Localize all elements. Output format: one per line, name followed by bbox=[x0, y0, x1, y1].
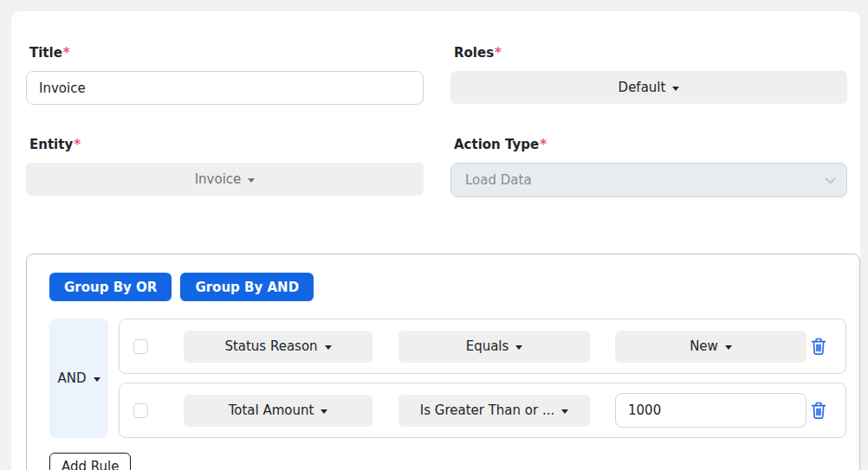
action-type-label: Action Type* bbox=[450, 137, 847, 152]
caret-down-icon bbox=[515, 345, 522, 350]
group-by-or-button[interactable]: Group By OR bbox=[49, 273, 172, 301]
rule-field-dropdown[interactable]: Status Reason bbox=[184, 331, 372, 363]
rule-field-value: Status Reason bbox=[224, 338, 317, 354]
rule-value-dropdown[interactable]: New bbox=[615, 331, 806, 363]
entity-selected-value: Invoice bbox=[195, 171, 242, 187]
group-by-and-button[interactable]: Group By AND bbox=[180, 273, 314, 301]
rule-checkbox[interactable] bbox=[133, 339, 148, 354]
action-type-select: Load Data bbox=[450, 163, 847, 197]
rule-row: Status Reason Equals New bbox=[119, 319, 846, 374]
combinator-dropdown[interactable]: AND bbox=[49, 319, 108, 438]
combinator-value: AND bbox=[57, 370, 86, 386]
entity-dropdown[interactable]: Invoice bbox=[26, 163, 424, 196]
add-rule-button[interactable]: Add Rule bbox=[49, 453, 131, 470]
required-marker: * bbox=[540, 137, 547, 152]
required-marker: * bbox=[74, 137, 81, 152]
caret-down-icon bbox=[248, 178, 255, 183]
group-buttons: Group By OR Group By AND bbox=[49, 273, 846, 301]
entity-field: Entity* Invoice bbox=[26, 137, 424, 197]
rule-value-input[interactable] bbox=[615, 393, 806, 428]
rule-field-value: Total Amount bbox=[229, 402, 314, 418]
caret-down-icon bbox=[321, 409, 327, 414]
roles-selected-value: Default bbox=[619, 80, 666, 95]
caret-down-icon bbox=[725, 345, 732, 350]
rule-rows: Status Reason Equals New Total A bbox=[119, 319, 846, 438]
delete-rule-button[interactable] bbox=[809, 400, 828, 421]
title-input[interactable] bbox=[26, 71, 424, 105]
rules-area: AND Status Reason Equals New bbox=[49, 319, 846, 438]
form-card: Title* Roles* Default Entity* Invoice Ac… bbox=[11, 11, 860, 470]
rule-operator-value: Is Greater Than or ... bbox=[420, 402, 555, 418]
form-fields: Title* Roles* Default Entity* Invoice Ac… bbox=[26, 45, 847, 229]
chevron-down-icon bbox=[825, 173, 836, 184]
rule-group-container: Group By OR Group By AND AND Status Reas… bbox=[26, 254, 860, 470]
rule-checkbox[interactable] bbox=[133, 403, 148, 418]
title-label-text: Title bbox=[29, 45, 62, 61]
entity-label: Entity* bbox=[26, 137, 424, 152]
rule-operator-dropdown[interactable]: Equals bbox=[398, 331, 590, 363]
caret-down-icon bbox=[672, 87, 679, 91]
action-type-selected-value: Load Data bbox=[465, 172, 532, 188]
delete-rule-button[interactable] bbox=[809, 336, 828, 357]
rule-field-dropdown[interactable]: Total Amount bbox=[184, 395, 372, 427]
roles-field: Roles* Default bbox=[450, 45, 847, 105]
caret-down-icon bbox=[94, 377, 100, 382]
entity-label-text: Entity bbox=[29, 137, 73, 152]
rule-value: New bbox=[690, 338, 718, 354]
caret-down-icon bbox=[561, 409, 568, 414]
roles-dropdown[interactable]: Default bbox=[450, 71, 847, 104]
caret-down-icon bbox=[325, 345, 332, 350]
rule-row: Total Amount Is Greater Than or ... bbox=[119, 383, 846, 438]
required-marker: * bbox=[495, 45, 502, 61]
title-label: Title* bbox=[26, 45, 424, 61]
roles-label-text: Roles bbox=[454, 45, 494, 61]
rule-operator-value: Equals bbox=[466, 338, 509, 354]
roles-label: Roles* bbox=[450, 45, 847, 61]
title-field: Title* bbox=[26, 45, 424, 105]
action-type-field: Action Type* Load Data bbox=[450, 137, 847, 197]
required-marker: * bbox=[63, 45, 70, 61]
action-type-label-text: Action Type bbox=[454, 137, 539, 152]
trash-icon bbox=[810, 337, 827, 356]
rule-operator-dropdown[interactable]: Is Greater Than or ... bbox=[398, 395, 590, 427]
trash-icon bbox=[810, 401, 827, 420]
